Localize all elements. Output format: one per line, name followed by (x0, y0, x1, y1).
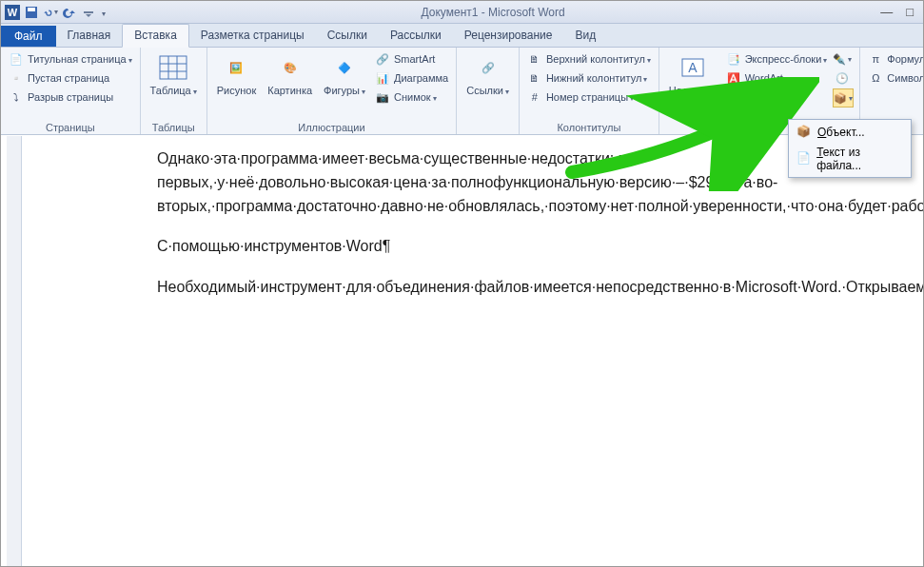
group-header-footer: 🗎Верхний колонтитул 🗎Нижний колонтитул #… (520, 48, 659, 134)
blank-page-icon: ▫️ (9, 70, 24, 86)
tab-mailings[interactable]: Рассылки (379, 25, 453, 47)
page-number-icon: # (527, 89, 542, 105)
links-button[interactable]: 🔗Ссылки (462, 50, 513, 98)
undo-icon[interactable] (43, 5, 58, 20)
quick-parts-icon: 📑 (726, 51, 741, 67)
save-icon[interactable] (24, 5, 39, 20)
object-menu-item[interactable]: 📦Объект... (791, 122, 909, 143)
signature-icon: ✒️ (835, 51, 850, 67)
object-icon: 📦 (836, 90, 851, 106)
group-label-headerfooter: Колонтитулы (525, 120, 653, 133)
shapes-icon: 🔷 (329, 52, 360, 83)
text-from-file-label: Текст из файла... (816, 146, 903, 172)
clipart-icon: 🎨 (275, 52, 305, 83)
paragraph-2[interactable]: С·помощью·инструментов·Word¶ (157, 235, 861, 259)
dropcap-button[interactable]: A̲Буквица (724, 88, 830, 106)
qat-custom-icon[interactable] (81, 5, 96, 20)
smartart-icon: 🔗 (375, 51, 390, 67)
svg-rect-5 (160, 56, 187, 79)
wordart-icon: 🅰️ (726, 70, 741, 86)
ribbon: 📄Титульная страница ▫️Пустая страница ⤵Р… (1, 48, 923, 135)
svg-text:A: A (688, 60, 698, 75)
symbol-icon: Ω (868, 70, 883, 86)
chart-button[interactable]: 📊Диаграмма (373, 69, 450, 87)
page-break-icon: ⤵ (9, 89, 24, 105)
quick-access-toolbar: W (1, 5, 106, 20)
dropcap-icon: A̲ (726, 89, 741, 105)
group-tables: Таблица Таблицы (141, 48, 207, 134)
window-title: Документ1 - Microsoft Word (106, 6, 880, 19)
tab-file[interactable]: Файл (1, 26, 56, 47)
quick-parts-button[interactable]: 📑Экспресс-блоки (724, 50, 830, 68)
redo-icon[interactable] (62, 5, 77, 20)
group-pages: 📄Титульная страница ▫️Пустая страница ⤵Р… (1, 48, 141, 134)
datetime-icon: 🕒 (835, 70, 850, 86)
text-from-file-icon: 📄 (796, 151, 811, 166)
shapes-button[interactable]: 🔷Фигуры (320, 50, 369, 98)
textbox-button[interactable]: AНадпись (665, 50, 720, 98)
group-illustrations: 🖼️Рисунок 🎨Картинка 🔷Фигуры 🔗SmartArt 📊Д… (207, 48, 457, 134)
svg-rect-3 (28, 8, 35, 11)
footer-button[interactable]: 🗎Нижний колонтитул (525, 69, 653, 87)
tab-references[interactable]: Ссылки (316, 25, 379, 47)
screenshot-button[interactable]: 📷Снимок (373, 88, 450, 106)
document-body[interactable]: Однако·эта·программа·имеет·весьма·сущест… (157, 147, 861, 300)
document-area[interactable]: Однако·эта·программа·имеет·весьма·сущест… (24, 136, 923, 566)
cover-page-icon: 📄 (9, 51, 24, 67)
signature-button[interactable]: ✒️ (833, 50, 854, 68)
minimize-button[interactable]: — (880, 5, 893, 19)
table-button[interactable]: Таблица (147, 50, 201, 98)
equation-button[interactable]: πФормула (866, 50, 924, 68)
vertical-ruler (7, 136, 22, 566)
symbol-button[interactable]: ΩСимвол (866, 69, 924, 87)
datetime-button[interactable]: 🕒 (833, 69, 854, 87)
paragraph-3[interactable]: Необходимый·инструмент·для·объединения·ф… (157, 276, 861, 300)
maximize-button[interactable]: □ (906, 5, 914, 19)
chart-icon: 📊 (375, 70, 390, 86)
cover-page-button[interactable]: 📄Титульная страница (7, 50, 134, 68)
tab-page-layout[interactable]: Разметка страницы (189, 25, 316, 47)
picture-icon: 🖼️ (221, 52, 251, 83)
blank-page-button[interactable]: ▫️Пустая страница (7, 69, 134, 87)
group-links: 🔗Ссылки (457, 48, 520, 134)
footer-icon: 🗎 (527, 70, 542, 86)
object-menu-icon: 📦 (796, 125, 812, 140)
equation-icon: π (868, 51, 883, 67)
text-from-file-menu-item[interactable]: 📄Текст из файла... (791, 143, 909, 175)
smartart-button[interactable]: 🔗SmartArt (373, 50, 450, 68)
wordart-button[interactable]: 🅰️WordArt (724, 69, 830, 87)
screenshot-icon: 📷 (375, 89, 390, 105)
tab-view[interactable]: Вид (563, 25, 607, 47)
table-icon (158, 52, 188, 83)
page-break-button[interactable]: ⤵Разрыв страницы (7, 88, 134, 106)
group-label-links (462, 131, 513, 133)
object-dropdown: 📦Объект... 📄Текст из файла... (788, 119, 912, 178)
clipart-button[interactable]: 🎨Картинка (264, 50, 316, 98)
app-icon: W (5, 5, 20, 20)
svg-rect-4 (84, 11, 93, 13)
group-label-pages: Страницы (7, 120, 134, 133)
tab-review[interactable]: Рецензирование (453, 25, 564, 47)
object-menu-label: Объект... (817, 126, 865, 139)
links-icon: 🔗 (473, 52, 503, 83)
ribbon-tabs: Файл Главная Вставка Разметка страницы С… (1, 24, 923, 48)
picture-button[interactable]: 🖼️Рисунок (213, 50, 261, 98)
object-split-button[interactable]: 📦 (833, 88, 854, 108)
page-number-button[interactable]: #Номер страницы (525, 88, 653, 106)
svg-text:W: W (8, 7, 18, 18)
tab-insert[interactable]: Вставка (122, 24, 189, 48)
group-label-tables: Таблицы (147, 120, 201, 133)
tab-home[interactable]: Главная (56, 25, 123, 47)
group-label-illustrations: Иллюстрации (213, 120, 450, 133)
title-bar: W Документ1 - Microsoft Word — □ (1, 1, 923, 24)
paragraph-1[interactable]: Однако·эта·программа·имеет·весьма·сущест… (157, 147, 861, 218)
header-icon: 🗎 (527, 51, 542, 67)
header-button[interactable]: 🗎Верхний колонтитул (525, 50, 653, 68)
textbox-icon: A (678, 52, 708, 83)
